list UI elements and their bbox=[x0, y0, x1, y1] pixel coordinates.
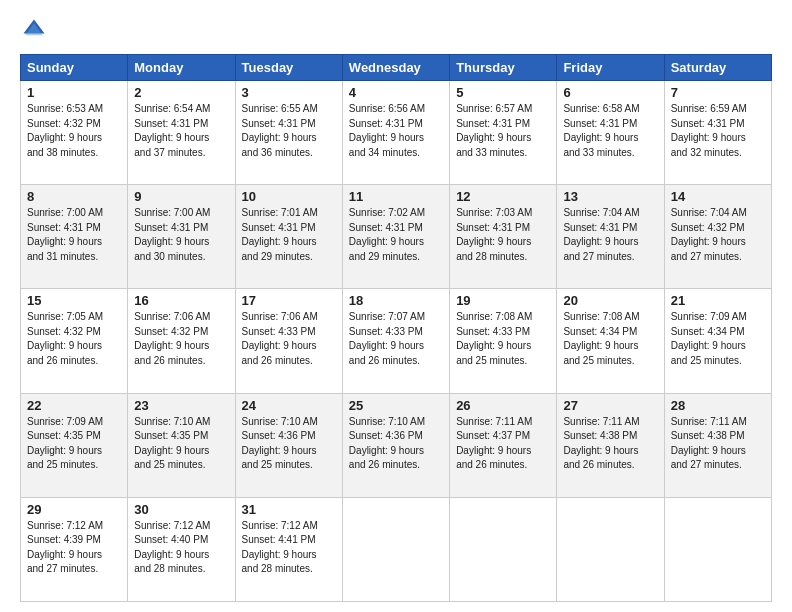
column-header-wednesday: Wednesday bbox=[342, 55, 449, 81]
day-cell: 26Sunrise: 7:11 AM Sunset: 4:37 PM Dayli… bbox=[450, 393, 557, 497]
day-info: Sunrise: 7:06 AM Sunset: 4:33 PM Dayligh… bbox=[242, 310, 336, 368]
day-number: 13 bbox=[563, 189, 657, 204]
logo-icon bbox=[20, 16, 48, 44]
day-number: 6 bbox=[563, 85, 657, 100]
day-number: 24 bbox=[242, 398, 336, 413]
logo bbox=[20, 16, 52, 44]
day-info: Sunrise: 7:06 AM Sunset: 4:32 PM Dayligh… bbox=[134, 310, 228, 368]
day-number: 7 bbox=[671, 85, 765, 100]
day-cell: 8Sunrise: 7:00 AM Sunset: 4:31 PM Daylig… bbox=[21, 185, 128, 289]
day-info: Sunrise: 7:10 AM Sunset: 4:36 PM Dayligh… bbox=[242, 415, 336, 473]
day-number: 1 bbox=[27, 85, 121, 100]
day-number: 4 bbox=[349, 85, 443, 100]
column-header-tuesday: Tuesday bbox=[235, 55, 342, 81]
day-cell: 31Sunrise: 7:12 AM Sunset: 4:41 PM Dayli… bbox=[235, 497, 342, 601]
day-cell: 24Sunrise: 7:10 AM Sunset: 4:36 PM Dayli… bbox=[235, 393, 342, 497]
day-info: Sunrise: 7:12 AM Sunset: 4:41 PM Dayligh… bbox=[242, 519, 336, 577]
day-cell: 21Sunrise: 7:09 AM Sunset: 4:34 PM Dayli… bbox=[664, 289, 771, 393]
day-cell: 14Sunrise: 7:04 AM Sunset: 4:32 PM Dayli… bbox=[664, 185, 771, 289]
day-cell: 3Sunrise: 6:55 AM Sunset: 4:31 PM Daylig… bbox=[235, 81, 342, 185]
day-number: 18 bbox=[349, 293, 443, 308]
day-info: Sunrise: 7:11 AM Sunset: 4:38 PM Dayligh… bbox=[671, 415, 765, 473]
day-info: Sunrise: 7:10 AM Sunset: 4:35 PM Dayligh… bbox=[134, 415, 228, 473]
day-number: 17 bbox=[242, 293, 336, 308]
day-info: Sunrise: 7:12 AM Sunset: 4:39 PM Dayligh… bbox=[27, 519, 121, 577]
day-cell: 19Sunrise: 7:08 AM Sunset: 4:33 PM Dayli… bbox=[450, 289, 557, 393]
day-number: 12 bbox=[456, 189, 550, 204]
day-cell: 10Sunrise: 7:01 AM Sunset: 4:31 PM Dayli… bbox=[235, 185, 342, 289]
header bbox=[20, 16, 772, 44]
week-row-1: 1Sunrise: 6:53 AM Sunset: 4:32 PM Daylig… bbox=[21, 81, 772, 185]
day-number: 28 bbox=[671, 398, 765, 413]
day-number: 9 bbox=[134, 189, 228, 204]
header-row: SundayMondayTuesdayWednesdayThursdayFrid… bbox=[21, 55, 772, 81]
day-cell: 22Sunrise: 7:09 AM Sunset: 4:35 PM Dayli… bbox=[21, 393, 128, 497]
week-row-5: 29Sunrise: 7:12 AM Sunset: 4:39 PM Dayli… bbox=[21, 497, 772, 601]
day-number: 5 bbox=[456, 85, 550, 100]
column-header-sunday: Sunday bbox=[21, 55, 128, 81]
day-cell: 1Sunrise: 6:53 AM Sunset: 4:32 PM Daylig… bbox=[21, 81, 128, 185]
day-number: 27 bbox=[563, 398, 657, 413]
day-cell: 7Sunrise: 6:59 AM Sunset: 4:31 PM Daylig… bbox=[664, 81, 771, 185]
day-info: Sunrise: 7:04 AM Sunset: 4:31 PM Dayligh… bbox=[563, 206, 657, 264]
day-info: Sunrise: 6:53 AM Sunset: 4:32 PM Dayligh… bbox=[27, 102, 121, 160]
day-number: 10 bbox=[242, 189, 336, 204]
day-number: 22 bbox=[27, 398, 121, 413]
day-number: 29 bbox=[27, 502, 121, 517]
page: SundayMondayTuesdayWednesdayThursdayFrid… bbox=[0, 0, 792, 612]
day-cell: 4Sunrise: 6:56 AM Sunset: 4:31 PM Daylig… bbox=[342, 81, 449, 185]
day-number: 8 bbox=[27, 189, 121, 204]
day-info: Sunrise: 7:07 AM Sunset: 4:33 PM Dayligh… bbox=[349, 310, 443, 368]
day-cell: 25Sunrise: 7:10 AM Sunset: 4:36 PM Dayli… bbox=[342, 393, 449, 497]
week-row-3: 15Sunrise: 7:05 AM Sunset: 4:32 PM Dayli… bbox=[21, 289, 772, 393]
calendar-header: SundayMondayTuesdayWednesdayThursdayFrid… bbox=[21, 55, 772, 81]
day-cell: 2Sunrise: 6:54 AM Sunset: 4:31 PM Daylig… bbox=[128, 81, 235, 185]
day-cell: 30Sunrise: 7:12 AM Sunset: 4:40 PM Dayli… bbox=[128, 497, 235, 601]
day-info: Sunrise: 7:08 AM Sunset: 4:34 PM Dayligh… bbox=[563, 310, 657, 368]
day-info: Sunrise: 6:57 AM Sunset: 4:31 PM Dayligh… bbox=[456, 102, 550, 160]
column-header-monday: Monday bbox=[128, 55, 235, 81]
day-info: Sunrise: 6:59 AM Sunset: 4:31 PM Dayligh… bbox=[671, 102, 765, 160]
calendar-body: 1Sunrise: 6:53 AM Sunset: 4:32 PM Daylig… bbox=[21, 81, 772, 602]
day-cell: 16Sunrise: 7:06 AM Sunset: 4:32 PM Dayli… bbox=[128, 289, 235, 393]
day-info: Sunrise: 7:01 AM Sunset: 4:31 PM Dayligh… bbox=[242, 206, 336, 264]
day-cell: 13Sunrise: 7:04 AM Sunset: 4:31 PM Dayli… bbox=[557, 185, 664, 289]
calendar-table: SundayMondayTuesdayWednesdayThursdayFrid… bbox=[20, 54, 772, 602]
day-info: Sunrise: 6:56 AM Sunset: 4:31 PM Dayligh… bbox=[349, 102, 443, 160]
day-info: Sunrise: 7:11 AM Sunset: 4:38 PM Dayligh… bbox=[563, 415, 657, 473]
day-number: 31 bbox=[242, 502, 336, 517]
day-info: Sunrise: 7:08 AM Sunset: 4:33 PM Dayligh… bbox=[456, 310, 550, 368]
day-cell: 17Sunrise: 7:06 AM Sunset: 4:33 PM Dayli… bbox=[235, 289, 342, 393]
day-cell: 28Sunrise: 7:11 AM Sunset: 4:38 PM Dayli… bbox=[664, 393, 771, 497]
day-cell: 29Sunrise: 7:12 AM Sunset: 4:39 PM Dayli… bbox=[21, 497, 128, 601]
day-info: Sunrise: 6:55 AM Sunset: 4:31 PM Dayligh… bbox=[242, 102, 336, 160]
day-cell bbox=[450, 497, 557, 601]
column-header-friday: Friday bbox=[557, 55, 664, 81]
day-number: 20 bbox=[563, 293, 657, 308]
day-info: Sunrise: 6:54 AM Sunset: 4:31 PM Dayligh… bbox=[134, 102, 228, 160]
column-header-thursday: Thursday bbox=[450, 55, 557, 81]
day-number: 25 bbox=[349, 398, 443, 413]
week-row-2: 8Sunrise: 7:00 AM Sunset: 4:31 PM Daylig… bbox=[21, 185, 772, 289]
day-info: Sunrise: 7:00 AM Sunset: 4:31 PM Dayligh… bbox=[134, 206, 228, 264]
day-cell: 15Sunrise: 7:05 AM Sunset: 4:32 PM Dayli… bbox=[21, 289, 128, 393]
day-cell: 18Sunrise: 7:07 AM Sunset: 4:33 PM Dayli… bbox=[342, 289, 449, 393]
day-number: 21 bbox=[671, 293, 765, 308]
day-number: 3 bbox=[242, 85, 336, 100]
column-header-saturday: Saturday bbox=[664, 55, 771, 81]
day-cell bbox=[664, 497, 771, 601]
day-number: 26 bbox=[456, 398, 550, 413]
day-cell: 11Sunrise: 7:02 AM Sunset: 4:31 PM Dayli… bbox=[342, 185, 449, 289]
day-cell: 23Sunrise: 7:10 AM Sunset: 4:35 PM Dayli… bbox=[128, 393, 235, 497]
week-row-4: 22Sunrise: 7:09 AM Sunset: 4:35 PM Dayli… bbox=[21, 393, 772, 497]
day-number: 19 bbox=[456, 293, 550, 308]
day-cell: 27Sunrise: 7:11 AM Sunset: 4:38 PM Dayli… bbox=[557, 393, 664, 497]
day-cell: 12Sunrise: 7:03 AM Sunset: 4:31 PM Dayli… bbox=[450, 185, 557, 289]
day-info: Sunrise: 7:03 AM Sunset: 4:31 PM Dayligh… bbox=[456, 206, 550, 264]
day-number: 15 bbox=[27, 293, 121, 308]
day-info: Sunrise: 7:00 AM Sunset: 4:31 PM Dayligh… bbox=[27, 206, 121, 264]
day-info: Sunrise: 7:09 AM Sunset: 4:35 PM Dayligh… bbox=[27, 415, 121, 473]
day-info: Sunrise: 7:10 AM Sunset: 4:36 PM Dayligh… bbox=[349, 415, 443, 473]
day-number: 11 bbox=[349, 189, 443, 204]
day-cell bbox=[342, 497, 449, 601]
